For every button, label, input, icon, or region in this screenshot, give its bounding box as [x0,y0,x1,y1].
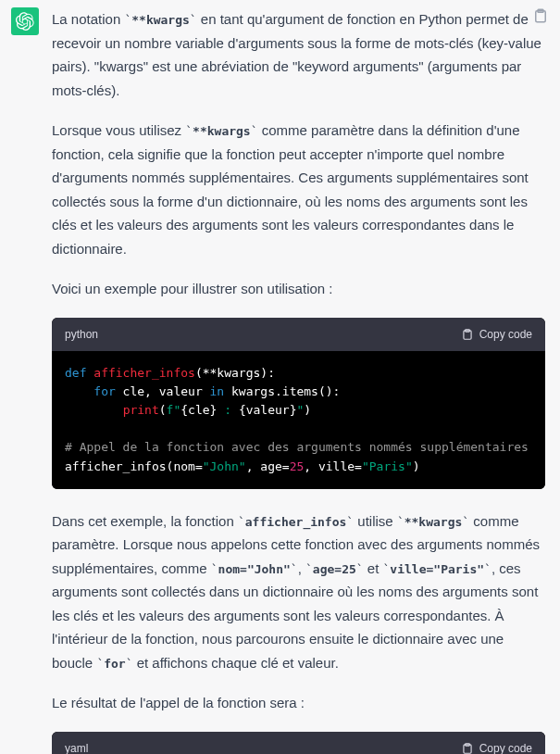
code-inline: **kwargs [185,124,257,138]
code-inline: **kwargs [397,515,469,529]
code-language-label: yaml [65,739,88,754]
code-inline: age=25 [305,562,364,576]
clipboard-icon [461,328,474,341]
openai-logo-icon [16,12,34,31]
paragraph: Voici un exemple pour illustrer son util… [52,277,545,301]
code-header: yaml Copy code [52,732,545,754]
copy-code-button[interactable]: Copy code [461,325,532,344]
code-inline: nom="John" [211,562,298,576]
code-header: python Copy code [52,318,545,351]
code-block: python Copy code def afficher_infos(**kw… [52,318,545,489]
code-language-label: python [65,325,98,344]
paragraph: La notation **kwargs en tant qu'argument… [52,7,545,102]
assistant-avatar [11,7,39,35]
copy-message-button[interactable] [532,7,549,24]
paragraph: Lorsque vous utilisez **kwargs comme par… [52,119,545,260]
paragraph: Dans cet exemple, la fonction afficher_i… [52,509,545,675]
code-inline: for [96,657,132,671]
code-block: yaml Copy code nom : John age : 25 ville… [52,732,545,754]
message-row: La notation **kwargs en tant qu'argument… [0,0,560,754]
code-content: def afficher_infos(**kwargs): for cle, v… [52,351,545,489]
paragraph: Le résultat de l'appel de la fonction se… [52,691,545,715]
code-inline: **kwargs [124,13,196,27]
code-inline: ville="Paris" [383,562,492,576]
assistant-message: La notation **kwargs en tant qu'argument… [52,7,545,754]
copy-code-button[interactable]: Copy code [461,739,532,754]
clipboard-icon [532,7,549,24]
code-inline: afficher_infos [238,515,354,529]
clipboard-icon [461,742,474,754]
